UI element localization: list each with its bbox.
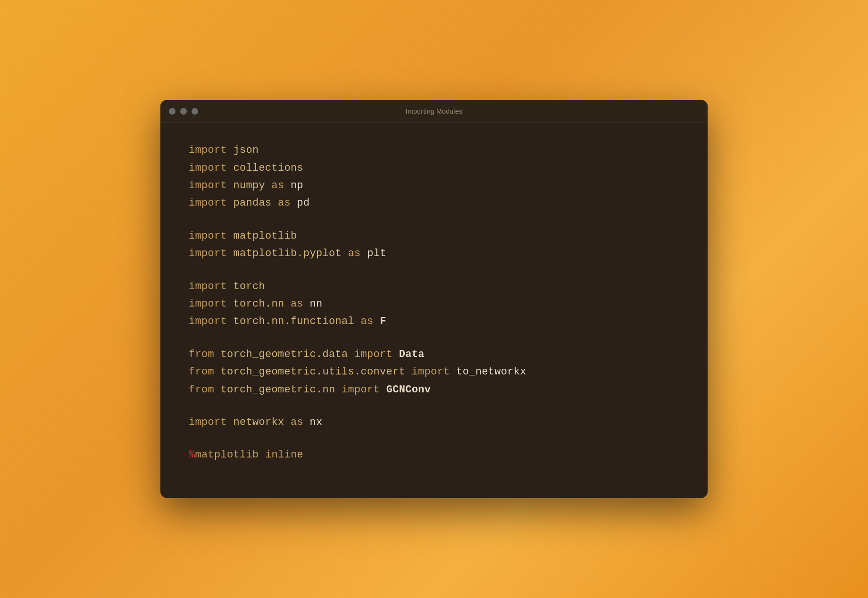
- code-line: from torch_geometric.utils.convert impor…: [189, 363, 679, 381]
- module-name: torch.nn.functional: [234, 316, 355, 327]
- keyword-import: import: [189, 316, 227, 327]
- keyword-import: import: [412, 366, 450, 378]
- minimize-button[interactable]: [180, 108, 187, 115]
- code-line: import torch.nn as nn: [189, 295, 679, 313]
- code-line: from torch_geometric.nn import GCNConv: [189, 381, 679, 399]
- keyword-as: as: [272, 180, 284, 191]
- keyword-import: import: [189, 180, 227, 191]
- code-block-matplotlib: import matplotlib import matplotlib.pypl…: [189, 227, 679, 263]
- terminal-window: Importing Modules import json import col…: [160, 100, 708, 498]
- keyword-as: as: [291, 298, 303, 310]
- keyword-from: from: [189, 349, 214, 360]
- keyword-as: as: [361, 316, 374, 327]
- window-title: Importing Modules: [406, 108, 462, 115]
- keyword-from: from: [189, 384, 214, 396]
- code-line: import torch: [189, 278, 679, 295]
- module-name: torch_geometric.utils.convert: [221, 366, 406, 378]
- code-line: import matplotlib: [189, 227, 679, 245]
- keyword-import: import: [189, 416, 227, 428]
- code-line: import pandas as pd: [189, 194, 679, 212]
- keyword-from: from: [189, 366, 214, 378]
- code-line: import collections: [189, 159, 679, 177]
- code-block-networkx: import networkx as nx: [189, 414, 679, 431]
- alias: nx: [310, 416, 323, 428]
- alias: pd: [297, 197, 310, 209]
- code-block-geometric: from torch_geometric.data import Data fr…: [189, 346, 679, 399]
- close-button[interactable]: [169, 108, 175, 115]
- traffic-lights: [169, 108, 198, 115]
- code-line: import networkx as nx: [189, 414, 679, 431]
- keyword-import: import: [189, 298, 227, 310]
- module-name: torch_geometric.nn: [221, 384, 335, 396]
- module-name: torch_geometric.data: [221, 349, 348, 360]
- alias-bold: GCNConv: [386, 384, 431, 396]
- module-name: matplotlib: [234, 230, 297, 242]
- code-line: import numpy as np: [189, 177, 679, 194]
- module-name: torch.nn: [234, 298, 284, 310]
- keyword-import: import: [189, 162, 227, 174]
- keyword-import: import: [189, 144, 227, 156]
- alias: np: [291, 180, 303, 191]
- keyword-as: as: [278, 197, 291, 209]
- keyword-import: import: [189, 230, 227, 242]
- magic-command: matplotlib inline: [195, 449, 304, 461]
- code-line: import matplotlib.pyplot as plt: [189, 245, 679, 262]
- alias: plt: [367, 248, 386, 259]
- code-block-torch: import torch import torch.nn as nn impor…: [189, 278, 679, 331]
- keyword-as: as: [348, 248, 361, 259]
- code-line: import torch.nn.functional as F: [189, 313, 679, 330]
- code-line: %matplotlib inline: [189, 446, 679, 464]
- alias: nn: [310, 298, 323, 310]
- magic-percent: %: [189, 449, 195, 461]
- module-name: json: [234, 144, 259, 156]
- module-name: matplotlib.pyplot: [234, 248, 342, 259]
- keyword-as: as: [291, 416, 303, 428]
- keyword-import: import: [189, 197, 227, 209]
- code-line: from torch_geometric.data import Data: [189, 346, 679, 363]
- keyword-import: import: [342, 384, 380, 396]
- alias: to_networkx: [456, 366, 526, 378]
- module-name: pandas: [234, 197, 272, 209]
- code-block-magic: %matplotlib inline: [189, 446, 679, 464]
- titlebar: Importing Modules: [160, 100, 708, 123]
- alias-bold: Data: [399, 349, 425, 360]
- keyword-import: import: [189, 248, 227, 259]
- alias-bold: F: [380, 316, 386, 327]
- maximize-button[interactable]: [192, 108, 198, 115]
- module-name: collections: [234, 162, 304, 174]
- module-name: numpy: [234, 180, 266, 191]
- module-name: networkx: [234, 416, 284, 428]
- keyword-import: import: [354, 349, 392, 360]
- code-block-imports-1: import json import collections import nu…: [189, 141, 679, 212]
- code-area: import json import collections import nu…: [160, 123, 708, 498]
- code-line: import json: [189, 141, 679, 159]
- keyword-import: import: [189, 281, 227, 292]
- module-name: torch: [234, 281, 266, 292]
